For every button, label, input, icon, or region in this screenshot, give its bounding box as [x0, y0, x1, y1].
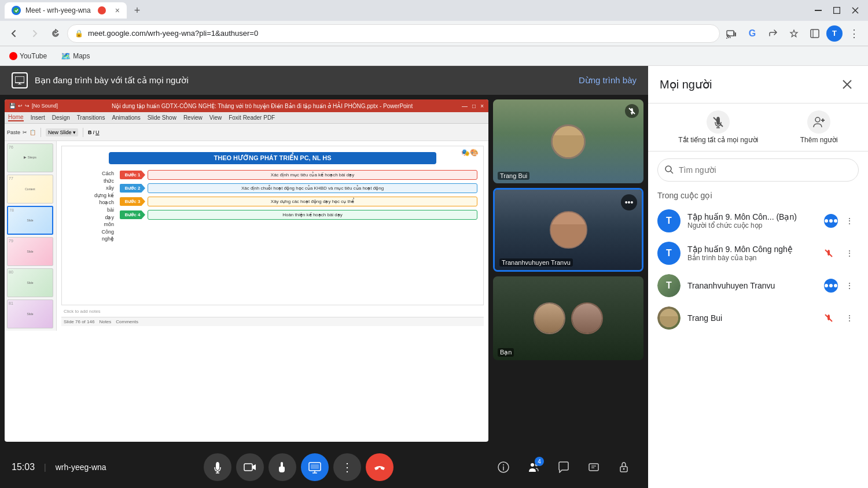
ppt-tab-animations[interactable]: Animations: [112, 114, 140, 121]
lock-btn[interactable]: [611, 454, 637, 480]
ppt-tab-slideshow[interactable]: Slide Show: [148, 114, 176, 121]
participant-more-btn-1[interactable]: [824, 214, 838, 228]
step-label-3: Bước 3: [120, 197, 145, 206]
ppt-tab-view[interactable]: View: [209, 114, 222, 121]
svg-point-27: [531, 463, 534, 467]
video-content: 💾 ↩ ↪ [No Sound] Nội dung tập huấn GDTX-…: [0, 95, 648, 446]
tab-close-btn[interactable]: ×: [115, 6, 120, 15]
panel-title: Mọi người: [660, 77, 838, 91]
hand-btn[interactable]: [269, 453, 296, 481]
back-btn[interactable]: [5, 24, 23, 43]
participant-item-4[interactable]: Trang Bui ⋮: [648, 302, 868, 334]
mute-all-action[interactable]: Tắt tiếng tất cả mọi người: [678, 110, 758, 144]
present-btn[interactable]: [301, 453, 329, 481]
ppt-tab-home[interactable]: Home: [8, 114, 24, 121]
controls-center: ⋮: [204, 453, 393, 481]
stop-presenting-btn[interactable]: Dừng trình bày: [579, 75, 637, 86]
participant-actions-4: ⋮: [819, 309, 859, 327]
people-btn[interactable]: 4: [521, 454, 546, 480]
chat-btn[interactable]: [551, 454, 576, 480]
ppt-italic-btn[interactable]: I: [93, 130, 95, 135]
participant-mute-btn-2[interactable]: [819, 244, 838, 263]
ppt-tab-insert[interactable]: Insert: [31, 114, 45, 121]
ppt-tab-design[interactable]: Design: [52, 114, 70, 121]
slide-notes[interactable]: Click to add notes: [61, 305, 484, 317]
mic-btn[interactable]: [204, 453, 231, 481]
new-tab-btn[interactable]: +: [129, 2, 145, 19]
svg-point-33: [623, 468, 625, 470]
more-btn[interactable]: ⋮: [845, 24, 863, 43]
slide-counter: Slide 76 of 146: [64, 319, 94, 324]
participant-item-1[interactable]: T Tập huấn 9. Môn Côn... (Bạn) Người tổ …: [648, 205, 868, 237]
participant-menu-btn-3[interactable]: ⋮: [840, 276, 859, 295]
search-box[interactable]: [657, 158, 859, 182]
trang-face: [551, 124, 586, 159]
bookmark-youtube[interactable]: YouTube: [5, 50, 52, 62]
panel-close-btn[interactable]: [838, 75, 856, 94]
bookmark-maps[interactable]: 🗺️ Maps: [56, 49, 94, 63]
mute-all-label: Tắt tiếng tất cả mọi người: [678, 136, 758, 144]
in-call-label: Trong cuộc gọi: [648, 188, 868, 205]
ppt-tab-foxit[interactable]: Foxit Reader PDF: [229, 114, 275, 121]
forward-btn[interactable]: [25, 24, 44, 43]
profile-btn[interactable]: T: [826, 25, 843, 42]
end-call-btn[interactable]: [366, 453, 393, 481]
slide-thumb-78[interactable]: 78 Slide: [7, 206, 53, 235]
ppt-tab-review[interactable]: Review: [183, 114, 203, 121]
active-tab[interactable]: Meet - wrh-yeeg-wna ×: [5, 2, 127, 19]
svg-point-0: [13, 8, 19, 13]
tranvu-options-btn[interactable]: •••: [621, 194, 637, 210]
ppt-underline-btn[interactable]: U: [95, 130, 100, 135]
close-btn[interactable]: [847, 2, 863, 19]
refresh-btn[interactable]: [46, 24, 65, 43]
svg-rect-1: [815, 10, 822, 11]
slide-left-labels: Cáchthứcxâydựng kếhoạchbàidạymônCôngnghệ: [68, 170, 114, 243]
search-icon: [665, 165, 674, 175]
tranvu-face: [550, 211, 587, 249]
maps-label: Maps: [73, 52, 90, 60]
participant-item-3[interactable]: T Trananhvuhuyen Tranvu ⋮: [648, 269, 868, 302]
slide-thumb-76[interactable]: 76 ▶ Steps: [7, 143, 53, 172]
step-box-2: Xác định chuỗi hoạt động học của KHBD và…: [148, 183, 477, 193]
participant-menu-btn-1[interactable]: ⋮: [840, 212, 859, 230]
participant-item-2[interactable]: T Tập huấn 9. Môn Công nghệ Bản trình bà…: [648, 237, 868, 269]
main-area: Bạn đang trình bày với tất cả mọi người …: [0, 66, 868, 488]
add-person-action[interactable]: Thêm người: [800, 110, 838, 144]
more-options-btn[interactable]: ⋮: [333, 453, 361, 481]
sidebar-icon[interactable]: [806, 24, 824, 43]
slide-thumb-80[interactable]: 80 Slide: [7, 268, 53, 297]
participant-mute-btn-4[interactable]: [819, 309, 838, 327]
slide-header: THEO HƯỚNG PHÁT TRIỂN PC, NL HS: [109, 152, 436, 164]
share-icon[interactable]: [764, 24, 782, 43]
google-icon[interactable]: G: [743, 24, 762, 43]
camera-btn[interactable]: [236, 453, 264, 481]
slide-thumb-77[interactable]: 77 Content: [7, 175, 53, 204]
ppt-redo-icon[interactable]: ↪: [25, 103, 30, 109]
slide-thumb-79[interactable]: 79 Slide: [7, 237, 53, 266]
maximize-btn[interactable]: [829, 2, 845, 19]
bookmark-star-icon[interactable]: [785, 24, 803, 43]
ppt-minimize-btn[interactable]: —: [462, 103, 468, 109]
participant-menu-btn-2[interactable]: ⋮: [840, 244, 859, 263]
ppt-maximize-btn[interactable]: □: [472, 103, 476, 109]
right-panel: Mọi người Tắt tiếng tất cả mọi người Thê…: [648, 66, 868, 488]
ppt-save-icon[interactable]: 💾: [9, 103, 16, 109]
activities-btn[interactable]: [581, 454, 606, 480]
cast-icon[interactable]: [722, 24, 741, 43]
ppt-close-btn[interactable]: ×: [480, 103, 484, 109]
search-input[interactable]: [679, 165, 851, 175]
ppt-new-slide-btn[interactable]: New Slide ▾: [46, 128, 78, 136]
ppt-status-bar: Slide 76 of 146 Notes Comments: [61, 317, 484, 326]
ppt-undo-icon[interactable]: ↩: [18, 103, 23, 109]
status-comments: Comments: [116, 319, 138, 324]
tranvu-name-label: Trananhvuhuyen Tranvu: [499, 258, 573, 267]
participant-more-btn-3[interactable]: [824, 279, 838, 293]
svg-rect-7: [735, 32, 736, 36]
ppt-tab-transitions[interactable]: Transitions: [77, 114, 105, 121]
address-bar[interactable]: 🔒 meet.google.com/wrh-yeeg-wna?pli=1&aut…: [67, 24, 720, 43]
participant-menu-btn-4[interactable]: ⋮: [840, 309, 859, 327]
minimize-btn[interactable]: [810, 2, 826, 19]
slide-thumb-81[interactable]: 81 Slide: [7, 300, 53, 328]
ppt-bold-btn[interactable]: B: [88, 130, 92, 135]
info-btn[interactable]: [491, 454, 516, 480]
